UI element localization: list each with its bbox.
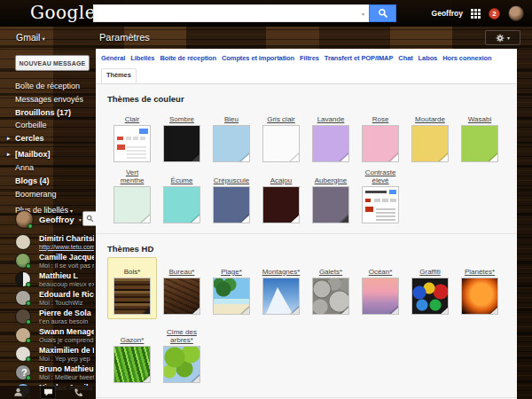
theme-cell[interactable]: Cime des arbres* [157,325,207,387]
theme-cell[interactable]: Vert menthe [107,168,157,223]
theme-thumbnail[interactable] [163,346,200,383]
theme-label[interactable]: Aubergine [315,177,347,185]
theme-thumbnail[interactable] [461,278,498,315]
expander-arrow-icon[interactable]: ▸ [7,151,10,158]
theme-label[interactable]: Bureau* [169,269,195,277]
gmail-menu[interactable]: Gmail▾ [16,32,45,43]
chat-contact[interactable]: Edouard le Ricque Moi : TouchWiz [15,290,94,309]
theme-label[interactable]: Bois* [124,269,141,277]
sidebar-nav-item[interactable]: ▸Boomerang▾ [15,190,96,199]
theme-swatch[interactable] [262,186,300,223]
theme-swatch[interactable] [312,186,349,223]
chat-contact[interactable]: Maximilien de Lésel Moi : Yep yep yep [15,346,94,364]
theme-swatch[interactable] [362,125,399,162]
theme-label[interactable]: Gris clair [267,116,295,124]
theme-label[interactable]: Cime des arbres* [158,329,206,344]
sidebar-nav-item[interactable]: ▸Corbeille▾ [15,121,96,129]
theme-cell[interactable]: Acajou [256,168,306,223]
user-name[interactable]: Geoffroy [432,9,463,18]
theme-swatch[interactable] [312,125,349,162]
theme-cell[interactable]: Galets* [306,257,356,319]
settings-tab[interactable]: Général [101,53,125,64]
notification-badge[interactable]: 2 [489,8,500,20]
settings-tab[interactable]: Filtres [300,53,319,64]
theme-label[interactable]: Montagnes* [262,269,301,277]
theme-swatch[interactable] [213,186,250,223]
theme-cell[interactable]: Écume [157,168,207,223]
settings-tab[interactable]: Libellés [130,53,154,64]
apps-grid-icon[interactable] [471,9,481,19]
settings-tab[interactable]: Chat [398,53,412,64]
expander-arrow-icon[interactable]: ▸ [7,135,10,142]
theme-swatch[interactable] [113,125,151,162]
sidebar-nav-item[interactable]: ▸Boîte de réception▾ [15,82,96,90]
theme-label[interactable]: Moutarde [415,116,445,124]
theme-label[interactable]: Graffiti [419,269,440,277]
theme-swatch[interactable] [163,125,200,162]
theme-cell[interactable]: Aubergine [306,168,356,223]
settings-tab[interactable]: Comptes et importation [222,53,294,64]
theme-label[interactable]: Océan* [369,269,393,277]
theme-swatch[interactable] [262,125,300,162]
theme-swatch[interactable] [113,186,151,223]
chat-contact[interactable]: Bruno Mathieu Moi : Meilleur tweet https [15,364,94,383]
theme-cell[interactable]: Crépuscule [207,168,256,223]
sidebar-nav-item[interactable]: ▸Anna▾ [15,163,96,172]
theme-swatch[interactable] [411,125,449,162]
theme-cell[interactable]: Wasabi [455,107,505,162]
theme-label[interactable]: Crépuscule [214,177,249,185]
theme-swatch[interactable] [461,125,498,162]
sidebar-nav-item[interactable]: ▸Brouillons (17)▾ [15,108,96,117]
theme-label[interactable]: Vert menthe [114,169,150,184]
theme-cell[interactable]: Bleu [207,107,256,162]
theme-cell[interactable]: Bureau* [157,257,207,319]
chat-contact[interactable]: Swann Menage Ouais je comprends :(. [15,327,94,346]
settings-tab[interactable]: Boîte de réception [160,53,216,64]
theme-swatch[interactable] [213,125,250,162]
theme-cell[interactable]: Moutarde [405,107,455,162]
theme-label[interactable]: Écume [171,177,193,185]
contacts-person-icon[interactable] [10,386,26,399]
theme-cell[interactable]: Contraste élevé [356,168,405,223]
theme-thumbnail[interactable] [213,278,250,315]
compose-button[interactable]: NOUVEAU MESSAGE [15,55,90,71]
phone-icon[interactable] [70,386,86,399]
theme-thumbnail[interactable] [362,278,399,315]
chat-contact[interactable]: Pierre de Sola t'en auras besoin [15,309,94,327]
chat-contact[interactable]: Matthieu L beaucoup mieux exécut [15,271,94,290]
theme-cell[interactable]: Océan* [356,257,405,319]
theme-label[interactable]: Planètes* [465,269,495,277]
settings-tab[interactable]: Hors connexion [442,53,491,64]
settings-tab[interactable]: Transfert et POP/IMAP [325,53,394,64]
theme-thumbnail[interactable] [113,346,151,383]
settings-tab-active[interactable]: Thèmes [101,68,137,83]
theme-cell[interactable]: Montagnes* [256,257,306,319]
theme-label[interactable]: Galets* [319,269,342,277]
theme-label[interactable]: Plage* [221,269,242,277]
sidebar-nav-item[interactable]: ▸[Mailbox]▾ [15,150,96,159]
theme-thumbnail[interactable] [163,278,200,315]
search-input[interactable] [93,4,369,22]
user-avatar[interactable] [508,5,524,21]
theme-cell[interactable]: Plage* [207,257,256,319]
sidebar-nav-item[interactable]: ▸Messages envoyés▾ [15,95,96,104]
theme-label[interactable]: Gazon* [121,337,145,345]
chat-me-row[interactable]: Geoffroy ▾ [15,210,94,230]
sidebar-nav-item[interactable]: ▸Cercles▾ [15,134,96,143]
theme-label[interactable]: Bleu [224,116,239,124]
chat-contact[interactable]: Camille Jacques Moi : il se voit pas rep… [15,253,94,271]
theme-cell[interactable]: Lavande [306,107,356,162]
sidebar-nav-item[interactable]: ▸Blogs (4)▾ [15,176,96,185]
theme-label[interactable]: Sombre [169,116,194,124]
theme-thumbnail[interactable] [312,278,349,315]
search-button[interactable] [369,4,396,22]
theme-cell[interactable]: Planètes* [455,257,505,319]
theme-cell[interactable]: Gazon* [107,325,157,387]
theme-thumbnail[interactable] [411,278,449,315]
theme-cell[interactable]: Clair [107,107,157,162]
theme-thumbnail[interactable] [262,278,300,315]
theme-cell[interactable]: Gris clair [256,107,306,162]
chat-bubble-icon[interactable] [40,386,56,399]
theme-cell[interactable]: Bois* [107,257,157,319]
theme-label[interactable]: Contraste élevé [363,169,398,184]
